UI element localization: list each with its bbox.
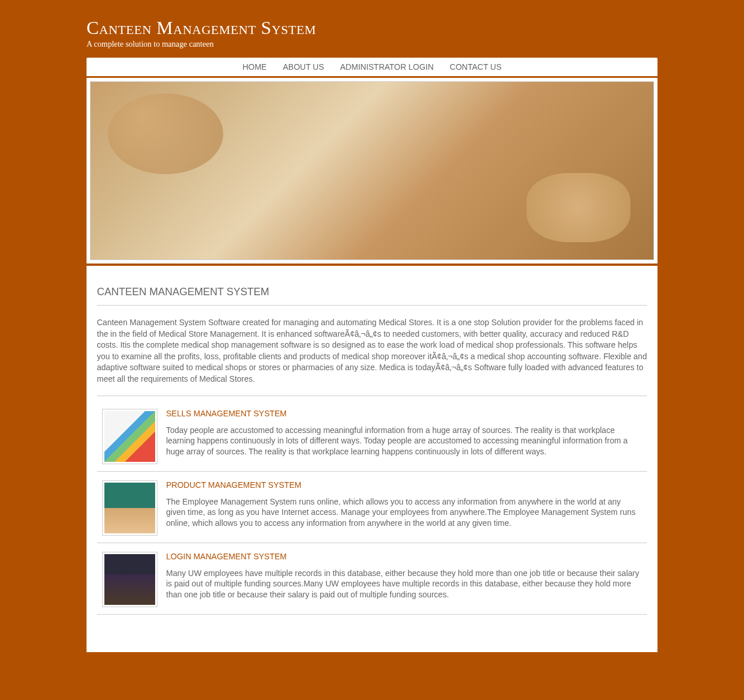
feature-product-image [102, 480, 157, 536]
site-tagline: A complete solution to manage canteen [87, 40, 657, 49]
feature-login-title: LOGIN MANAGEMENT SYSTEM [166, 552, 642, 561]
feature-login-image [102, 552, 157, 607]
intro-paragraph: Canteen Management System Software creat… [97, 317, 647, 396]
hero-food-image [90, 81, 654, 260]
feature-login-desc: Many UW employees have multiple records … [166, 568, 642, 601]
nav-home[interactable]: HOME [234, 62, 275, 71]
main-content: CANTEEN MANAGEMENT SYSTEM Canteen Manage… [87, 266, 657, 652]
nav-contact-us[interactable]: CONTACT US [442, 62, 510, 71]
feature-sells: SELLS MANAGEMENT SYSTEM Today people are… [97, 403, 647, 472]
nav-about-us[interactable]: ABOUT US [275, 62, 332, 71]
page-title: CANTEEN MANAGEMENT SYSTEM [97, 286, 647, 306]
feature-sells-desc: Today people are accustomed to accessing… [166, 425, 642, 458]
feature-product-desc: The Employee Management System runs onli… [166, 496, 642, 529]
feature-product-title: PRODUCT MANAGEMENT SYSTEM [166, 480, 642, 490]
hero-section [87, 78, 657, 266]
feature-login: LOGIN MANAGEMENT SYSTEM Many UW employee… [97, 546, 647, 615]
main-nav: HOME ABOUT US ADMINISTRATOR LOGIN CONTAC… [87, 58, 657, 78]
site-title: Canteen Management System [87, 17, 657, 39]
feature-product: PRODUCT MANAGEMENT SYSTEM The Employee M… [97, 475, 647, 543]
feature-sells-title: SELLS MANAGEMENT SYSTEM [166, 409, 642, 418]
site-header: Canteen Management System A complete sol… [87, 17, 657, 49]
feature-sells-image [102, 409, 157, 464]
nav-admin-login[interactable]: ADMINISTRATOR LOGIN [332, 62, 442, 71]
